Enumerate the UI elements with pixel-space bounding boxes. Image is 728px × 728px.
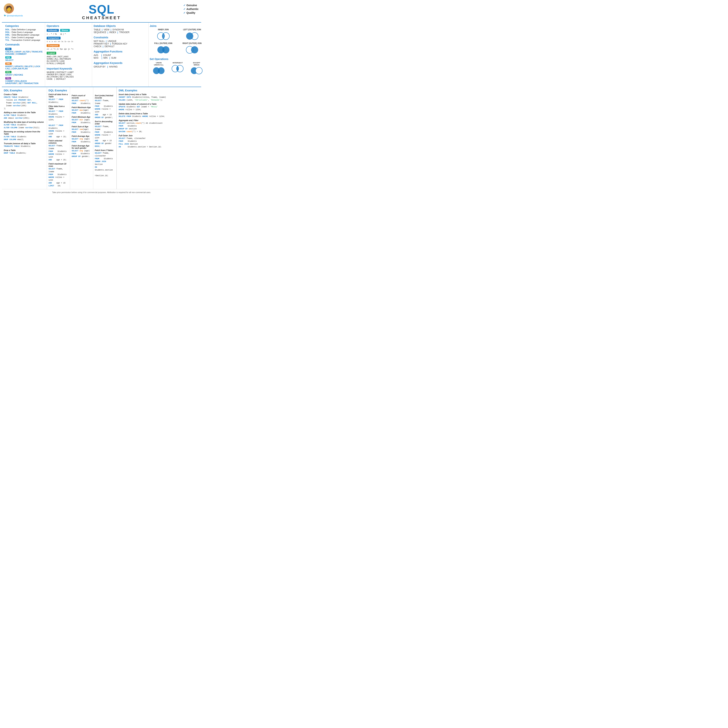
footer-text: Take prior permission before using it fo… <box>52 191 151 193</box>
footer: Take prior permission before using it fo… <box>2 189 201 195</box>
cat-tcl: TCL : Transaction Control Language <box>5 39 43 41</box>
agg-keywords-list: GROUP BY | HAVING <box>93 66 147 68</box>
badge-dql: DQL <box>5 56 11 59</box>
join-full: FULL [OUTER] JOIN <box>150 42 177 55</box>
badge-genuine: ✓Genuine <box>183 4 199 7</box>
badge-logical: Logical <box>47 52 56 55</box>
set-except: EXCEPTMINUS <box>187 62 203 76</box>
commands-title: Commands <box>5 43 43 46</box>
cat-dql: DQL : Data Query Language <box>5 31 43 33</box>
header-right: ✓Genuine ✓Authentic ✓Quality <box>183 4 199 15</box>
set-ops-grid: UNIONUNION ALL INTERSECT EXCEPTMINUS <box>150 62 203 76</box>
title-sql: SQL <box>82 3 121 15</box>
set-ops-title: Set Operations <box>150 58 203 61</box>
ddl-ex1-code: CREATE TABLE Students( rollno int PRIMAR… <box>4 96 45 110</box>
ddl-ex4-code: ALTER TABLE Students DROP COLUMN email; <box>4 135 45 141</box>
joins-grid: INNER JOIN LEFT [OUTER] JOIN <box>150 29 203 55</box>
operators-title: Operators <box>47 24 90 28</box>
agg-keywords-title: Aggregation Keywords <box>93 61 147 64</box>
ddl-title: DDL Examples <box>4 89 45 92</box>
col-db-objects: Database Objects TABLE | VIEW | SYNONYM … <box>92 23 148 87</box>
header-left: 🧑 🐦 @swapnakpanda <box>4 3 23 17</box>
svg-point-11 <box>158 67 165 74</box>
ddl-ex2-sub: Adding a new column to the Table <box>4 111 45 113</box>
title-cheatsheet: CHEATSHEET <box>82 15 121 20</box>
dql-examples: DQL Examples Fetch all data from a Table… <box>47 87 116 189</box>
dql-col3: Sort (order) fetched records SELECT fnam… <box>93 87 116 189</box>
ddl-examples: DDL Examples Create a Table CREATE TABLE… <box>2 87 47 189</box>
ddl-ex1-sub: Create a Table <box>4 93 45 95</box>
svg-point-7 <box>162 46 170 54</box>
bottom-section: DDL Examples Create a Table CREATE TABLE… <box>2 87 201 189</box>
dml-title: DML Examples <box>119 89 199 92</box>
ddl-ex5-sub: Truncate (remove all data) a Table <box>4 142 45 145</box>
set-union: UNIONUNION ALL <box>150 62 168 76</box>
badge-arithmetic: Arithmetic <box>47 29 59 32</box>
dml-examples: DML Examples Insert data (rows) into a T… <box>116 87 201 189</box>
col-categories-commands: Categories DDL : Data Definition Languag… <box>4 23 45 87</box>
twitter-handle: 🐦 @swapnakpanda <box>4 14 23 17</box>
db-objects-list: TABLE | VIEW | SYNONYM SEQUENCE | INDEX … <box>93 28 147 34</box>
op-logical-text: AND | OR | NOT | ANY SOME | ALL | BETWEE… <box>47 55 90 64</box>
constraints-list: NOT NULL | UNIQUE PRIMARY KEY | FOREIGN … <box>93 40 147 48</box>
twitter-icon: 🐦 <box>4 14 6 17</box>
badge-quality: ✓Quality <box>183 11 199 14</box>
ddl-ex6-code: DROP TABLE Students; <box>4 152 45 154</box>
col-operators: Operators Arithmetic Bitwise + - * / % &… <box>45 23 92 87</box>
cat-dcl: DCL : Data Control Language <box>5 36 43 38</box>
cat-dml: DML : Data Manipulation Language <box>5 34 43 36</box>
svg-point-17 <box>196 67 202 74</box>
dql-col2: Fetch count of records SELECT count(*) F… <box>70 87 93 189</box>
badge-tcl: TCL <box>5 77 11 80</box>
col-joins-sets: Joins INNER JOIN LEFT [OUTER] JOIN <box>148 23 203 87</box>
cmd-dcl: GRANT | REVOKE <box>5 74 43 76</box>
join-left: LEFT [OUTER] JOIN <box>179 29 203 41</box>
badge-authentic: ✓Authentic <box>183 8 199 11</box>
join-inner: INNER JOIN <box>150 29 177 41</box>
agg-functions-title: Aggregation Functions <box>93 50 147 53</box>
main-grid: Categories DDL : Data Definition Languag… <box>2 22 201 87</box>
categories-title: Categories <box>5 24 43 28</box>
venn-left <box>185 31 200 41</box>
agg-functions-list: AVG | COUNT MAX | MIN | SUM <box>93 54 147 59</box>
header: 🧑 🐦 @swapnakpanda SQL CHEATSHEET ✓Genuin… <box>0 0 203 22</box>
db-objects-title: Database Objects <box>93 24 147 28</box>
set-intersect: INTERSECT <box>169 62 187 76</box>
ddl-ex5-code: TRUNCATE TABLE Students; <box>4 145 45 148</box>
ddl-ex2-code: ALTER TABLE Students ADD email varchar(2… <box>4 114 45 119</box>
joins-title: Joins <box>150 24 203 28</box>
cmd-tcl: COMMIT | ROLLBACK SAVEPOINT | SET TRANSA… <box>5 80 43 84</box>
op-arith-text: + - * / % & | ^ <box>47 33 90 35</box>
ddl-ex3-code: ALTER TABLE Students ALTER COLUMN lname … <box>4 124 45 129</box>
badge-comparison: Comparison <box>47 37 61 40</box>
op-comparison-text: = < > <= >= !< !> <> != <box>47 40 90 43</box>
dql-title: DQL Examples <box>49 89 69 92</box>
constraints-title: Constraints <box>93 36 147 39</box>
venn-right <box>185 45 200 55</box>
ddl-ex6-sub: Drop a Table <box>4 149 45 151</box>
important-keywords-text: WHERE | DISTINCT | LIMIT ORDER BY | DESC… <box>47 71 90 80</box>
cmd-dql: SELECT <box>5 59 43 61</box>
badge-dcl: DCL <box>5 71 11 73</box>
venn-inner <box>156 31 171 41</box>
important-keywords-title: Important Keywords <box>47 67 90 70</box>
cat-ddl: DDL : Data Definition Language <box>5 28 43 31</box>
venn-full <box>156 45 171 55</box>
op-compound-text: += -= *= /= %= &= |= ^= <box>47 48 90 50</box>
svg-point-9 <box>191 46 198 54</box>
cmd-ddl: CREATE | DROP | ALTER | TRUNCATE RENAME … <box>5 50 43 55</box>
ddl-ex3-sub: Modifying the data type of existing colu… <box>4 121 45 123</box>
badge-compound: Compound <box>47 44 60 47</box>
badge-dml: DML <box>5 63 12 65</box>
dql-col1: DQL Examples Fetch all data from a Table… <box>47 87 70 189</box>
cmd-dml: INSERT | UPDATE | DELETE | LOCK CALL | E… <box>5 65 43 70</box>
badge-bitwise: Bitwise <box>60 29 70 32</box>
badge-ddl: DDL <box>5 48 11 50</box>
ddl-ex4-sub: Removing an existing column from the Tab… <box>4 130 45 135</box>
join-right: RIGHT [OUTER] JOIN <box>179 42 203 55</box>
header-center: SQL CHEATSHEET <box>82 3 121 20</box>
avatar: 🧑 <box>4 3 14 14</box>
